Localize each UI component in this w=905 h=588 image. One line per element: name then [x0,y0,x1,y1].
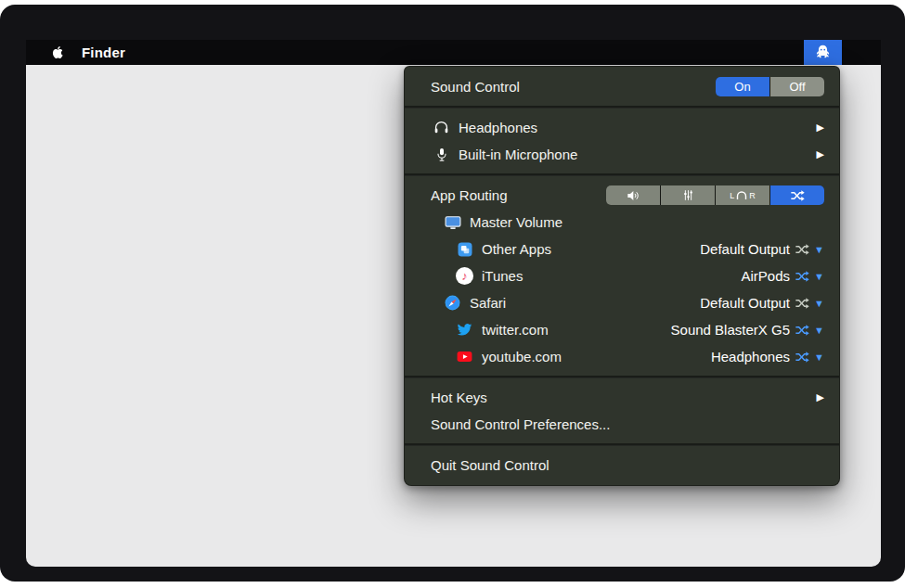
routing-row-youtube[interactable]: youtube.com Headphones ▼ [405,343,839,370]
dropdown-arrow-icon[interactable]: ▼ [810,244,824,255]
dropdown-arrow-icon[interactable]: ▼ [810,298,824,309]
hot-keys-label: Hot Keys [431,390,809,405]
active-app-name[interactable]: Finder [82,45,125,60]
equalizer-icon [681,188,695,202]
device-label: Headphones [459,120,809,135]
balance-icon [736,191,747,199]
youtube-icon [454,347,475,367]
toggle-off-button[interactable]: Off [770,77,824,96]
preferences-label: Sound Control Preferences... [431,416,824,432]
apps-icon [454,239,475,260]
equalizer-mode-button[interactable] [661,185,715,205]
dropdown-arrow-icon[interactable]: ▼ [810,352,824,363]
menu-section-devices: Headphones ▶ Built-in Microphone ▶ [405,109,839,173]
route-shuffle-icon [795,296,809,311]
routing-row-other-apps[interactable]: Other Apps Default Output ▼ [405,236,839,262]
mode-switcher: L R [606,185,824,205]
volume-mode-button[interactable] [606,185,660,205]
menu-item-hot-keys[interactable]: Hot Keys ▶ [405,384,839,411]
app-routing-title: App Routing [431,187,606,203]
balance-mode-button[interactable]: L R [716,185,769,205]
output-device-label: Default Output [700,295,790,311]
menu-section-header: Sound Control On Off [405,68,839,106]
route-shuffle-icon [795,269,809,284]
balance-right-label: R [749,191,756,200]
microphone-icon [431,145,452,165]
routing-app-label: twitter.com [482,322,671,338]
submenu-arrow-icon: ▶ [817,391,824,403]
menu-header-row: Sound Control On Off [405,73,839,100]
itunes-icon: ♪ [454,266,475,287]
menu-item-quit[interactable]: Quit Sound Control [405,452,839,479]
menu-item-preferences[interactable]: Sound Control Preferences... [405,411,839,438]
display-icon [442,212,463,233]
output-device-label: Headphones [711,349,790,364]
sound-control-menu: Sound Control On Off Headphones ▶ [404,66,840,486]
output-device-label: Default Output [700,241,790,257]
safari-icon [442,293,463,313]
menu-item-built-in-microphone[interactable]: Built-in Microphone ▶ [405,141,839,168]
route-shuffle-icon [790,188,805,203]
speaker-icon [626,188,640,203]
output-device-label: Sound BlasterX G5 [671,322,790,338]
dropdown-arrow-icon[interactable]: ▼ [810,271,824,282]
power-toggle: On Off [716,77,824,96]
route-shuffle-icon [795,242,809,257]
routing-app-label: iTunes [482,268,741,284]
routing-mode-button[interactable] [770,185,824,205]
output-device-label: AirPods [741,268,790,284]
twitter-icon [454,320,475,340]
routing-app-label: Other Apps [482,241,700,257]
route-shuffle-icon [795,323,809,338]
routing-app-label: Safari [470,295,700,311]
toggle-on-button[interactable]: On [716,77,769,96]
routing-app-label: youtube.com [482,349,711,364]
menu-bar: Finder [26,40,881,65]
device-label: Built-in Microphone [459,147,809,162]
app-routing-header-row: App Routing L R [405,182,839,209]
menu-section-quit: Quit Sound Control [405,446,839,484]
apple-menu-icon[interactable] [51,45,64,60]
menu-section-settings: Hot Keys ▶ Sound Control Preferences... [405,378,839,443]
balance-left-label: L [730,191,734,200]
dropdown-arrow-icon[interactable]: ▼ [810,325,824,336]
routing-row-master-volume[interactable]: Master Volume [405,209,839,236]
routing-row-safari[interactable]: Safari Default Output ▼ [405,289,839,316]
submenu-arrow-icon: ▶ [817,121,824,134]
routing-row-twitter[interactable]: twitter.com Sound BlasterX G5 ▼ [405,316,839,343]
menu-item-headphones[interactable]: Headphones ▶ [405,114,839,141]
quit-label: Quit Sound Control [431,457,824,473]
octopus-icon [813,43,833,62]
menu-section-app-routing: App Routing L R [405,176,839,376]
route-shuffle-icon [795,350,809,364]
routing-row-itunes[interactable]: ♪ iTunes AirPods ▼ [405,262,839,289]
menu-title: Sound Control [431,79,716,95]
headphones-icon [431,118,452,138]
routing-app-label: Master Volume [470,214,824,230]
submenu-arrow-icon: ▶ [817,148,824,160]
screenshot-root: Finder Sound Control On Off [0,0,905,588]
sound-control-menubar-icon[interactable] [804,40,842,65]
